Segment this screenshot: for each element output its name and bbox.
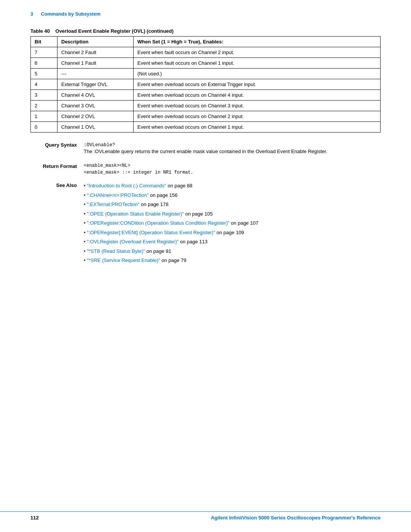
see-also-link[interactable]: "*SRE (Service Request Enable)" [87, 257, 160, 263]
cell-description: External Trigger OVL [57, 79, 134, 90]
see-also-content: "Introduction to Root (:) Commands" on p… [84, 182, 381, 266]
table-caption: Table 40 Overload Event Enable Register … [30, 28, 381, 34]
table-row: 0Channel 1 OVLEvent when overload occurs… [31, 122, 381, 133]
chapter-title: Commands by Subsystem [41, 11, 100, 17]
table-row: 1Channel 2 OVLEvent when overload occurs… [31, 111, 381, 122]
page-footer: 112 Agilent InfiniiVision 5000 Series Os… [0, 511, 411, 521]
page-header: 3 Commands by Subsystem [0, 0, 411, 17]
cell-description: Channel 2 Fault [57, 47, 134, 58]
list-item: ":OVLRegister (Overload Event Register)"… [84, 238, 381, 246]
cell-description: Channel 1 OVL [57, 122, 134, 133]
list-item: ":OPERegister[:EVENt] (Operation Status … [84, 229, 381, 236]
see-also-label: See Also [30, 182, 84, 188]
cell-description: --- [57, 69, 134, 79]
list-item: ":CHANnel<n>:PROTection" on page 156 [84, 192, 381, 199]
list-item: ":OPERegister:CONDition (Operation Statu… [84, 219, 381, 227]
cell-when-set: Event when overload occurs on Channel 2 … [134, 111, 381, 122]
col-header-bit: Bit [31, 37, 57, 47]
cell-bit: 5 [31, 69, 57, 79]
return-format-line2: <enable_mask> ::= integer in NR1 format. [84, 170, 381, 175]
cell-bit: 6 [31, 58, 57, 69]
table-caption-text: Overload Event Enable Register (OVL) (co… [56, 28, 174, 34]
cell-when-set: Event when overload occurs on Channel 1 … [134, 122, 381, 133]
chapter-label: 3 Commands by Subsystem [30, 11, 381, 17]
cell-bit: 4 [31, 79, 57, 90]
return-format-label: Return Format [30, 163, 84, 169]
see-also-link[interactable]: ":OPEE (Operation Status Enable Register… [87, 211, 184, 217]
cell-when-set: Event when fault occurs on Channel 2 inp… [134, 47, 381, 58]
query-syntax-label: Query Syntax [30, 142, 84, 148]
return-format-line1: <enable_mask><NL> [84, 163, 381, 168]
list-item: ":EXTernal:PROTection" on page 178 [84, 201, 381, 208]
footer-page-number: 112 [30, 515, 39, 521]
cell-bit: 7 [31, 47, 57, 58]
cell-description: Channel 1 Fault [57, 58, 134, 69]
col-header-when: When Set (1 = High = True), Enables: [134, 37, 381, 47]
see-also-link[interactable]: ":CHANnel<n>:PROTection" [87, 192, 148, 198]
table-row: 2Channel 3 OVLEvent when overload occurs… [31, 101, 381, 111]
table-row: 7Channel 2 FaultEvent when fault occurs … [31, 47, 381, 58]
see-also-link[interactable]: "*STB (Read Status Byte)" [87, 248, 145, 254]
see-also-list: "Introduction to Root (:) Commands" on p… [84, 182, 381, 264]
cell-when-set: Event when fault occurs on Channel 1 inp… [134, 58, 381, 69]
cell-when-set: Event when overload occurs on Channel 4 … [134, 90, 381, 101]
table-label: Table 40 [30, 28, 50, 34]
see-also-link[interactable]: ":EXTernal:PROTection" [87, 201, 140, 207]
list-item: ":OPEE (Operation Status Enable Register… [84, 210, 381, 218]
cell-description: Channel 4 OVL [57, 90, 134, 101]
page-container: 3 Commands by Subsystem Table 40 Overloa… [0, 0, 411, 532]
cell-description: Channel 3 OVL [57, 101, 134, 111]
table-row: 5---(Not used.) [31, 69, 381, 79]
cell-when-set: Event when overload occurs on Channel 3 … [134, 101, 381, 111]
query-syntax-content: :OVLenable? The :OVLenable query returns… [84, 142, 381, 158]
list-item: "*SRE (Service Request Enable)" on page … [84, 257, 381, 264]
table-row: 6Channel 1 FaultEvent when fault occurs … [31, 58, 381, 69]
cell-description: Channel 2 OVL [57, 111, 134, 122]
list-item: "*STB (Read Status Byte)" on page 81 [84, 248, 381, 255]
col-header-desc: Description [57, 37, 134, 47]
cell-bit: 1 [31, 111, 57, 122]
cell-bit: 3 [31, 90, 57, 101]
query-syntax-section: Query Syntax :OVLenable? The :OVLenable … [30, 142, 381, 158]
see-also-link[interactable]: ":OPERegister:CONDition (Operation Statu… [87, 220, 229, 226]
see-also-section: See Also "Introduction to Root (:) Comma… [30, 182, 381, 266]
cell-when-set: Event when overload occurs on External T… [134, 79, 381, 90]
chapter-number: 3 [30, 11, 33, 17]
return-format-section: Return Format <enable_mask><NL> <enable_… [30, 163, 381, 177]
list-item: "Introduction to Root (:) Commands" on p… [84, 182, 381, 190]
query-syntax-desc: The :OVLenable query returns the current… [84, 148, 381, 155]
see-also-link[interactable]: ":OPERegister[:EVENt] (Operation Status … [87, 230, 215, 235]
table-row: 4External Trigger OVLEvent when overload… [31, 79, 381, 90]
see-also-link[interactable]: "Introduction to Root (:) Commands" [87, 183, 166, 189]
data-table: Bit Description When Set (1 = High = Tru… [30, 36, 381, 133]
cell-bit: 2 [31, 101, 57, 111]
table-row: 3Channel 4 OVLEvent when overload occurs… [31, 90, 381, 101]
cell-when-set: (Not used.) [134, 69, 381, 79]
see-also-link[interactable]: ":OVLRegister (Overload Event Register)" [87, 239, 178, 244]
cell-bit: 0 [31, 122, 57, 133]
return-format-content: <enable_mask><NL> <enable_mask> ::= inte… [84, 163, 381, 177]
footer-title: Agilent InfiniiVision 5000 Series Oscill… [211, 515, 381, 521]
query-syntax-code: :OVLenable? [84, 142, 115, 148]
main-content: Table 40 Overload Event Enable Register … [0, 28, 411, 266]
